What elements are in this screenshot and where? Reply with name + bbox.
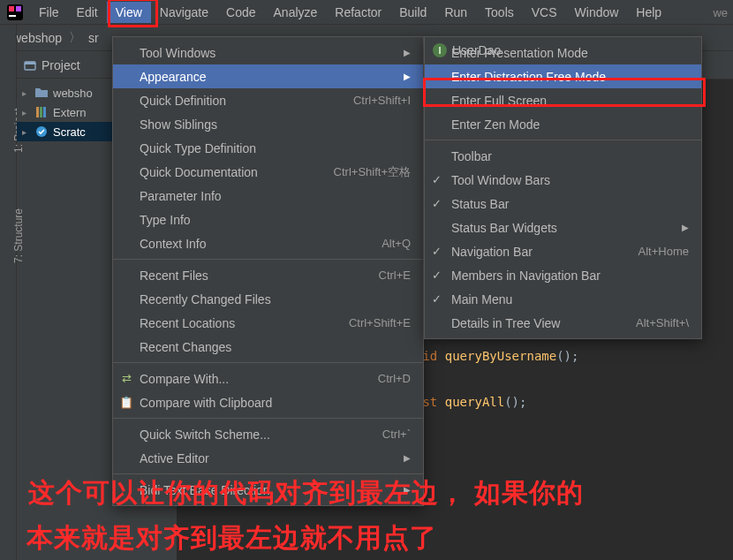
check-icon: ✓ <box>432 173 442 186</box>
svg-rect-6 <box>36 107 39 117</box>
appearance-menu-item[interactable]: ✓Members in Navigation Bar <box>425 263 701 287</box>
appearance-menu-item[interactable]: Status Bar Widgets▶ <box>425 216 701 239</box>
menu-analyze[interactable]: Analyze <box>265 2 327 23</box>
menu-item-label: Members in Navigation Bar <box>451 269 689 283</box>
submenu-arrow-icon: ▶ <box>682 223 689 232</box>
view-menu-item[interactable]: 📋Compare with Clipboard <box>113 390 423 414</box>
tree-expand-icon[interactable]: ▸ <box>22 108 31 117</box>
view-menu-item[interactable]: Active Editor▶ <box>113 446 423 470</box>
appearance-menu-item[interactable]: Enter Zen Mode <box>425 112 701 136</box>
appearance-menu-item[interactable]: ✓Status Bar <box>425 192 701 216</box>
menu-edit[interactable]: Edit <box>68 2 107 23</box>
menu-item-label: Recently Changed Files <box>140 292 411 306</box>
menu-shortcut: Ctrl+D <box>351 372 411 385</box>
menu-item-label: Tool Window Bars <box>451 173 689 187</box>
menu-item-label: Quick Switch Scheme... <box>140 428 356 442</box>
appearance-submenu: Enter Presentation ModeEnter Distraction… <box>424 36 702 339</box>
appearance-menu-item[interactable]: Details in Tree ViewAlt+Shift+\ <box>425 311 701 335</box>
menu-vcs[interactable]: VCS <box>523 2 566 23</box>
menu-item-label: Quick Documentation <box>140 165 307 179</box>
svg-rect-5 <box>25 62 35 64</box>
appearance-menu-item[interactable]: ✓Main Menu <box>425 287 701 311</box>
menu-shortcut: Alt+Q <box>355 237 411 250</box>
menu-help[interactable]: Help <box>627 2 670 23</box>
menu-item-label: Status Bar Widgets <box>451 221 664 235</box>
svg-rect-3 <box>9 15 16 17</box>
check-icon: ✓ <box>432 292 442 306</box>
menu-item-label: Recent Files <box>140 269 352 283</box>
view-menu-item[interactable]: Quick Switch Scheme...Ctrl+` <box>113 422 423 446</box>
view-menu-item[interactable]: Parameter Info <box>113 184 423 208</box>
tree-expand-icon[interactable]: ▸ <box>22 88 31 98</box>
view-menu-item[interactable]: Recent FilesCtrl+E <box>113 263 423 287</box>
menu-view[interactable]: View <box>107 2 151 23</box>
breadcrumb-part[interactable]: sr <box>85 31 102 45</box>
tree-label: Extern <box>53 106 87 119</box>
menu-item-label: Quick Definition <box>140 94 327 108</box>
tree-expand-icon[interactable]: ▸ <box>22 127 31 137</box>
breadcrumb-sep-icon: 〉 <box>65 30 85 46</box>
svg-rect-2 <box>16 6 21 11</box>
svg-rect-7 <box>40 107 42 117</box>
menu-item-label: Quick Type Definition <box>140 141 411 155</box>
tree-label: Scratc <box>53 125 86 139</box>
menu-shortcut: Ctrl+Shift+空格 <box>307 164 411 180</box>
check-icon: ✓ <box>432 269 442 282</box>
menu-item-label: Main Menu <box>451 292 689 306</box>
submenu-arrow-icon: ▶ <box>404 72 411 81</box>
view-menu-item[interactable]: Recent LocationsCtrl+Shift+E <box>113 311 423 335</box>
menu-tools[interactable]: Tools <box>476 2 523 23</box>
project-tool-title: Project <box>42 58 80 72</box>
submenu-arrow-icon: ▶ <box>404 453 411 463</box>
app-logo-icon <box>7 4 23 20</box>
menu-item-label: Appearance <box>140 70 386 84</box>
menu-run[interactable]: Run <box>435 2 476 23</box>
menu-item-label: Active Editor <box>140 451 386 465</box>
breadcrumb-root[interactable]: webshop <box>9 31 65 45</box>
menu-refactor[interactable]: Refactor <box>326 2 390 23</box>
menu-navigate[interactable]: Navigate <box>151 2 217 23</box>
menu-window[interactable]: Window <box>566 2 628 23</box>
view-menu-item[interactable]: Recent Changes <box>113 335 423 359</box>
folder-icon <box>34 86 49 100</box>
main-menubar: File Edit View Navigate Code Analyze Ref… <box>0 0 733 25</box>
check-icon: ✓ <box>432 197 442 210</box>
menu-item-label: Enter Full Screen <box>451 94 689 108</box>
tree-label: websho <box>53 87 93 100</box>
menu-item-label: Type Info <box>140 213 411 227</box>
menu-code[interactable]: Code <box>217 2 264 23</box>
interface-icon: I <box>433 43 447 57</box>
clipboard-icon: 📋 <box>118 396 134 409</box>
menu-file[interactable]: File <box>30 2 68 23</box>
left-tool-stripe: 1: Project 7: Structure <box>0 25 17 560</box>
menu-item-label: Status Bar <box>451 197 689 211</box>
check-icon: ✓ <box>432 245 442 258</box>
view-menu-item[interactable]: Quick DocumentationCtrl+Shift+空格 <box>113 160 423 184</box>
menu-item-label: Compare with Clipboard <box>140 396 411 410</box>
project-icon <box>24 59 36 72</box>
view-menu-item[interactable]: Recently Changed Files <box>113 287 423 311</box>
view-menu-item[interactable]: Tool Windows▶ <box>113 41 423 64</box>
editor-tab-userdao[interactable]: I UserDao <box>433 43 501 57</box>
view-menu-item[interactable]: Quick Type Definition <box>113 136 423 160</box>
menu-build[interactable]: Build <box>390 2 435 23</box>
view-menu-item[interactable]: Appearance▶ <box>113 64 423 88</box>
appearance-menu-item[interactable]: ✓Tool Window Bars <box>425 168 701 192</box>
appearance-menu-item[interactable]: Enter Distraction Free Mode <box>425 64 701 88</box>
appearance-menu-item[interactable]: ✓Navigation BarAlt+Home <box>425 239 701 263</box>
menu-shortcut: Ctrl+Shift+I <box>327 94 411 107</box>
appearance-menu-item[interactable]: Toolbar <box>425 144 701 168</box>
svg-rect-8 <box>43 107 46 117</box>
view-menu-item[interactable]: Context InfoAlt+Q <box>113 231 423 255</box>
view-menu-item[interactable]: ⇄Compare With...Ctrl+D <box>113 367 423 390</box>
view-menu-item[interactable]: Type Info <box>113 208 423 231</box>
menu-shortcut: Alt+Home <box>612 245 689 258</box>
menu-item-label: Compare With... <box>140 372 351 386</box>
appearance-menu-item[interactable]: Enter Full Screen <box>425 88 701 112</box>
stripe-btn-structure[interactable]: 7: Structure <box>12 208 25 263</box>
menu-item-label: Toolbar <box>451 149 689 163</box>
menu-item-label: Recent Locations <box>140 316 322 330</box>
view-menu-item[interactable]: Show Siblings <box>113 112 423 136</box>
menu-item-label: Recent Changes <box>140 340 411 354</box>
view-menu-item[interactable]: Quick DefinitionCtrl+Shift+I <box>113 88 423 112</box>
